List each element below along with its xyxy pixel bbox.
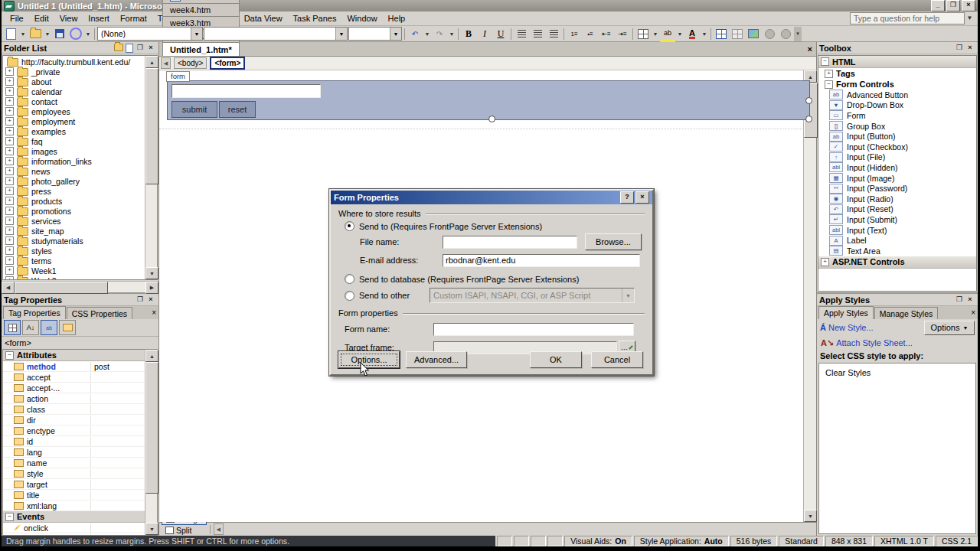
quicktag-form[interactable]: <form> — [210, 57, 245, 70]
insert-layer-button[interactable] — [730, 27, 745, 41]
view-tab[interactable]: Split — [162, 525, 207, 536]
font-color-dropdown[interactable]: ▼ — [701, 27, 708, 41]
expand-icon[interactable]: + — [5, 167, 14, 175]
font-family-combobox[interactable]: ▼ — [204, 27, 348, 41]
scrollbar-thumb[interactable] — [145, 68, 158, 184]
toolbox-item[interactable]: ▼ Drop-Down Box — [818, 100, 976, 111]
folder-tree-item[interactable]: + faq — [3, 136, 145, 146]
toolbox-item[interactable]: ↑ Input (File) — [818, 152, 976, 163]
close-panel-button[interactable]: × — [145, 295, 156, 305]
redo-button[interactable]: ↷ — [432, 27, 447, 41]
folder-tree-item[interactable]: + services — [3, 216, 145, 226]
folder-tree-item[interactable]: + site_map — [3, 226, 145, 236]
menu-item[interactable]: Window — [341, 12, 382, 24]
folder-tree-item[interactable]: + studymaterials — [3, 236, 145, 246]
expand-icon[interactable]: + — [5, 107, 14, 116]
float-panel-button[interactable]: ❐ — [135, 295, 145, 305]
help-question-box[interactable]: Type a question for help ▼ — [850, 12, 975, 24]
dialog-close-button[interactable]: × — [635, 191, 649, 204]
summary-button[interactable] — [59, 320, 76, 335]
close-tab-icon[interactable]: × — [971, 308, 975, 317]
attribute-row[interactable]: dir — [3, 415, 145, 425]
insert-table-button[interactable] — [714, 27, 729, 41]
options-button[interactable]: Options... — [338, 351, 400, 368]
expand-icon[interactable]: + — [5, 87, 14, 96]
menu-item[interactable]: View — [54, 12, 83, 24]
hyperlink-button[interactable] — [762, 27, 777, 41]
folder-list-vscrollbar[interactable]: ▲ ▼ — [145, 56, 157, 279]
toolbox-item[interactable]: ab Input (Button) — [818, 131, 976, 142]
attribute-value[interactable]: post — [91, 362, 145, 371]
borders-button[interactable] — [635, 27, 651, 41]
close-panel-button[interactable]: × — [965, 295, 975, 305]
expand-icon[interactable]: + — [5, 197, 14, 205]
editor-vscrollbar[interactable]: ▲ ▼ — [803, 70, 816, 522]
increase-indent-button[interactable]: ⇥≡ — [615, 27, 630, 41]
expand-icon[interactable]: + — [5, 137, 14, 145]
chevron-down-icon[interactable]: ▼ — [335, 28, 347, 40]
tab-tag-properties[interactable]: Tag Properties — [3, 306, 66, 319]
ok-button[interactable]: OK — [530, 351, 582, 368]
expand-icon[interactable]: + — [5, 187, 14, 195]
float-panel-button[interactable]: ❐ — [135, 44, 145, 53]
resize-handle-corner[interactable] — [805, 116, 812, 122]
scroll-left-icon[interactable]: ◀ — [2, 282, 15, 294]
folder-tree-item[interactable]: + _private — [3, 67, 145, 77]
attribute-row[interactable]: name — [3, 458, 145, 468]
folder-tree-item[interactable]: + information_links — [3, 156, 145, 166]
expand-icon[interactable]: + — [5, 266, 14, 275]
form-submit-button[interactable]: submit — [172, 101, 217, 118]
folder-list-hscrollbar[interactable]: ◀ ▶ — [2, 281, 158, 292]
attribute-row[interactable]: id — [3, 436, 145, 447]
close-button[interactable]: × — [962, 0, 975, 11]
toolbox-item[interactable]: ab Advanced Button — [818, 90, 976, 100]
quicktag-scroll-left-icon[interactable]: ◀ — [161, 57, 171, 69]
chevron-down-icon[interactable]: ▼ — [390, 28, 401, 40]
folder-tree-item[interactable]: + photo_gallery — [3, 176, 145, 186]
expand-icon[interactable]: + — [825, 70, 833, 78]
attribute-row[interactable]: xml:lang — [3, 500, 145, 511]
toolbox-section-aspnet[interactable]: + ASP.NET Controls — [818, 256, 976, 269]
toolbox-item[interactable]: ▤ Text Area — [818, 246, 976, 256]
folder-tree-item[interactable]: + images — [3, 146, 145, 156]
restore-button[interactable]: ❐ — [946, 0, 960, 11]
align-left-button[interactable] — [514, 27, 529, 41]
expand-icon[interactable]: + — [5, 236, 14, 245]
expand-icon[interactable]: + — [5, 97, 14, 106]
undo-button[interactable]: ↶ — [407, 27, 423, 41]
collapse-icon[interactable]: − — [825, 80, 833, 89]
menu-item[interactable]: Format — [115, 12, 152, 24]
attribute-row[interactable]: lang — [3, 447, 145, 458]
close-tab-icon[interactable]: × — [152, 308, 156, 317]
browse-button[interactable]: Browse... — [585, 233, 642, 250]
tab-apply-styles[interactable]: Apply Styles — [818, 306, 874, 319]
scrollbar-thumb[interactable] — [15, 282, 108, 294]
attribute-row[interactable]: accept — [3, 372, 145, 383]
preview-button[interactable] — [68, 27, 83, 41]
form-name-input[interactable] — [433, 323, 634, 336]
menu-item[interactable]: File — [5, 12, 29, 24]
open-button[interactable] — [28, 27, 43, 41]
toolbox-item[interactable]: ✓ Input (Checkbox) — [818, 142, 976, 152]
menu-item[interactable]: Insert — [83, 12, 115, 24]
scroll-down-icon[interactable]: ▼ — [804, 510, 817, 522]
menu-item[interactable]: Edit — [29, 12, 54, 24]
attribute-row[interactable]: style — [3, 468, 145, 479]
form-reset-button[interactable]: reset — [219, 101, 256, 118]
tab-manage-styles[interactable]: Manage Styles — [874, 307, 938, 319]
send-to-other-radio[interactable] — [345, 291, 354, 301]
tab-css-properties[interactable]: CSS Properties — [67, 307, 132, 319]
toolbar-options-button[interactable]: ▾ — [794, 27, 802, 41]
collapse-icon[interactable]: − — [5, 351, 14, 360]
save-button[interactable] — [52, 27, 67, 41]
redo-dropdown[interactable]: ▼ — [448, 27, 456, 41]
resize-handle-bottom[interactable] — [488, 116, 495, 122]
toolbox-section-html[interactable]: − HTML — [818, 56, 976, 68]
align-center-button[interactable] — [530, 27, 545, 41]
attribute-row[interactable]: accept-... — [3, 383, 145, 393]
toolbox-item[interactable]: ◉ Input (Radio) — [818, 194, 976, 204]
view-scroll-left-icon[interactable]: ◀ — [214, 523, 224, 535]
float-panel-button[interactable]: ❐ — [954, 44, 965, 53]
cancel-button[interactable]: Cancel — [591, 351, 643, 368]
attribute-row[interactable]: enctype — [3, 425, 145, 436]
